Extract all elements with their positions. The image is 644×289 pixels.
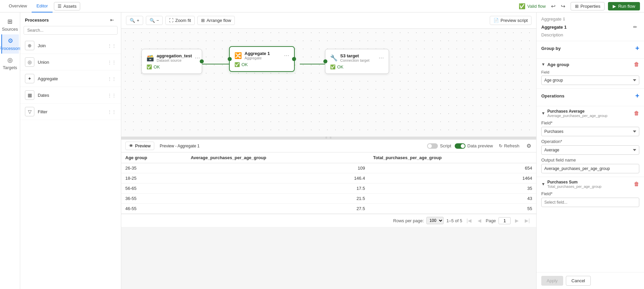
age-group-delete-button[interactable]: 🗑 <box>634 61 639 67</box>
target-node[interactable]: 🔧 S3 target Connection target ⋯ ✅ OK <box>325 49 389 74</box>
dates-drag-handle[interactable]: ⋮⋮ <box>107 93 116 98</box>
filter-label: Filter <box>38 109 107 114</box>
rows-per-page-select[interactable]: 100 50 25 <box>426 217 444 224</box>
op2-field-input[interactable] <box>541 198 639 207</box>
script-toggle-group: Script <box>427 143 451 149</box>
zoom-fit-label: Zoom fit <box>175 18 191 23</box>
tab-assets[interactable]: ☰ Assets <box>54 2 80 10</box>
processors-label: Processors <box>0 46 21 51</box>
prev-page-button[interactable]: ◀ <box>476 217 483 224</box>
preview-settings-button[interactable]: ⚙ <box>525 142 532 150</box>
op1-operation-select[interactable]: Average <box>541 145 639 155</box>
aggregate-left-dot <box>228 57 232 61</box>
zoom-in-button[interactable]: 🔍 + <box>126 16 143 25</box>
target-node-status: ✅ OK <box>330 64 384 69</box>
aggregate-drag-handle[interactable]: ⋮⋮ <box>107 76 116 81</box>
op1-delete-button[interactable]: 🗑 <box>634 110 639 116</box>
processors-search-input[interactable] <box>24 26 118 35</box>
op2-delete-button[interactable]: 🗑 <box>634 181 639 187</box>
page-input[interactable] <box>498 217 511 224</box>
preview-title: Preview - Aggregate 1 <box>160 144 199 148</box>
preview-tab-button[interactable]: 👁 Preview <box>125 142 154 150</box>
source-node-menu[interactable]: ⋯ <box>195 55 200 61</box>
age-group-field-select[interactable]: Age group <box>541 76 639 85</box>
op1-field-select[interactable]: Purchases <box>541 127 639 136</box>
first-page-button[interactable]: |◀ <box>465 217 473 224</box>
edit-title-button[interactable]: ✏ <box>631 24 639 30</box>
filter-drag-handle[interactable]: ⋮⋮ <box>107 109 116 114</box>
processor-item-dates[interactable]: ▦ Dates ⋮⋮ <box>20 87 121 104</box>
zoom-in-icon: 🔍 <box>130 18 135 23</box>
canvas[interactable]: 🗃️ aggregation_test Dataset source ⋯ ✅ O… <box>121 29 536 137</box>
properties-button[interactable]: ⊞ Properties <box>571 2 605 10</box>
redo-button[interactable]: ↪ <box>559 2 567 10</box>
zoom-out-icon: 🔍 <box>150 18 155 23</box>
zoom-in-label: + <box>137 18 139 23</box>
processors-title: Processors <box>25 18 49 23</box>
source-node[interactable]: 🗃️ aggregation_test Dataset source ⋯ ✅ O… <box>141 49 202 74</box>
sidebar-item-sources[interactable]: ⊞ Sources <box>1 15 19 34</box>
union-drag-handle[interactable]: ⋮⋮ <box>107 60 116 65</box>
last-page-button[interactable]: ▶| <box>523 217 532 224</box>
next-page-button[interactable]: ▶ <box>513 217 520 224</box>
preview-tab-label: Preview <box>135 143 151 148</box>
aggregate-node[interactable]: 🔀 Aggregate 1 Aggregate ⋯ ✅ OK <box>229 46 295 72</box>
op2-collapse[interactable]: ▼ Purchases Sum Total_purchases_per_age_… <box>537 177 644 191</box>
sidebar-item-processors[interactable]: ⚙ Processors <box>1 34 19 54</box>
aggregate-node-icon: 🔀 <box>234 52 242 59</box>
processors-collapse-button[interactable]: ⇤ <box>108 17 116 23</box>
aggregate-node-title: Aggregate 1 <box>245 51 281 56</box>
cell-total: 1464 <box>369 173 536 183</box>
undo-button[interactable]: ↩ <box>549 2 557 10</box>
preview-header: 👁 Preview Preview - Aggregate 1 Script <box>121 140 536 152</box>
op2-title-group: Purchases Sum Total_purchases_per_age_gr… <box>547 180 602 189</box>
dates-icon: ▦ <box>25 90 34 100</box>
aggregate-node-menu[interactable]: ⋯ <box>284 52 289 59</box>
sidebar-item-targets[interactable]: ◎ Targets <box>1 54 19 73</box>
op1-collapse[interactable]: ▼ Purchases Average Average_purchases_pe… <box>537 106 644 120</box>
op2-title: Purchases Sum <box>547 180 602 184</box>
targets-label: Targets <box>3 65 17 70</box>
run-flow-button[interactable]: ▶ Run flow <box>608 2 640 10</box>
zoom-out-button[interactable]: 🔍 − <box>146 16 163 25</box>
arrange-flow-button[interactable]: ⊞ Arrange flow <box>197 16 235 25</box>
target-node-menu[interactable]: ⋯ <box>379 55 384 61</box>
preview-tab-icon: 👁 <box>129 143 133 148</box>
table-row: 36-55 21.5 43 <box>121 194 536 204</box>
right-panel-description: Description <box>537 32 644 41</box>
age-group-collapse[interactable]: ▼ Age group 🗑 <box>537 58 644 70</box>
data-preview-toggle[interactable] <box>455 143 465 149</box>
top-bar-right: ✅ Valid flow ↩ ↪ ⊞ Properties ▶ Run flow <box>519 2 640 10</box>
cancel-button[interactable]: Cancel <box>566 276 591 286</box>
cell-age-group: 46-55 <box>121 204 187 214</box>
op2-subtitle: Total_purchases_per_age_group <box>547 184 602 189</box>
aggregate-right-dot <box>292 57 296 61</box>
valid-flow-status: ✅ Valid flow <box>519 3 546 9</box>
right-panel-title-text: Aggregate 1 <box>541 25 567 30</box>
aggregate-node-subtitle: Aggregate <box>245 56 281 60</box>
tab-editor[interactable]: Editor <box>32 0 53 12</box>
script-label: Script <box>440 143 451 148</box>
apply-button[interactable]: Apply <box>541 276 563 286</box>
table-row: 18-25 146.4 1464 <box>121 173 536 183</box>
processor-item-union[interactable]: ◎ Union ⋮⋮ <box>20 54 121 70</box>
union-icon: ◎ <box>25 57 34 67</box>
processor-item-filter[interactable]: ▽ Filter ⋮⋮ <box>20 104 121 120</box>
rows-per-page-label: Rows per page: <box>393 218 424 223</box>
operations-add-button[interactable]: + <box>635 92 639 100</box>
zoom-fit-button[interactable]: ⛶ Zoom fit <box>165 16 195 25</box>
preview-script-button[interactable]: 📄 Preview script <box>490 16 532 25</box>
join-drag-handle[interactable]: ⋮⋮ <box>107 43 116 48</box>
canvas-toolbar: 🔍 + 🔍 − ⛶ Zoom fit ⊞ Arrange flow 📄 Prev… <box>121 12 536 29</box>
op1-output-input[interactable] <box>541 164 639 173</box>
processor-item-join[interactable]: ⊕ Join ⋮⋮ <box>20 37 121 54</box>
script-toggle[interactable] <box>427 143 438 149</box>
refresh-button[interactable]: ↻ Refresh <box>496 142 522 149</box>
age-group-chevron: ▼ <box>541 62 545 67</box>
preview-script-icon: 📄 <box>493 18 499 23</box>
op1-output-label: Output field name <box>541 157 639 163</box>
processor-item-aggregate[interactable]: ✦ Aggregate ⋮⋮ <box>20 70 121 87</box>
tab-overview[interactable]: Overview <box>4 0 32 12</box>
group-by-add-button[interactable]: + <box>635 45 639 52</box>
table-header: Age group Average_purchases_per_age_grou… <box>121 152 536 163</box>
